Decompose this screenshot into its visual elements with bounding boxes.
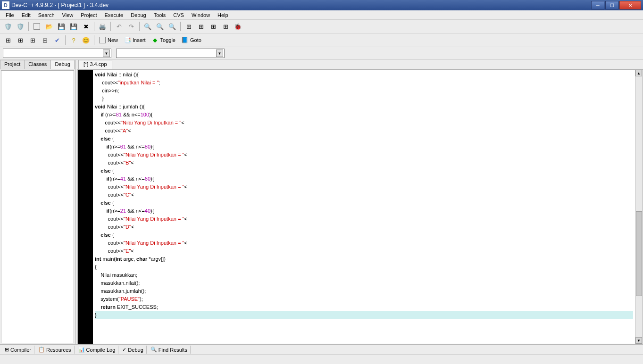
compile-icon[interactable]: ⊞ xyxy=(184,21,194,32)
save-all-icon[interactable]: 💾 xyxy=(68,21,79,32)
menu-view[interactable]: View xyxy=(58,11,77,19)
bottom-tab-label: Find Results xyxy=(159,347,187,353)
save-icon[interactable]: 💾 xyxy=(56,21,67,32)
code-line: cout<<"Nilai Yang Di Inputkan = "< xyxy=(95,151,633,159)
debug-icon: ✓ xyxy=(122,347,126,353)
grid2-icon[interactable]: ⊞ xyxy=(40,35,50,45)
code-line: } xyxy=(95,311,633,319)
window-icon[interactable]: ⊞ xyxy=(3,35,13,45)
find-all-icon[interactable]: 🔍 xyxy=(167,21,177,32)
code-line: masukkan.nilai(); xyxy=(95,279,633,287)
menu-cvs[interactable]: CVS xyxy=(169,11,188,19)
combo-row: ▼ ▼ xyxy=(0,47,643,60)
compiler-icon: ⊞ xyxy=(5,347,9,353)
close-button[interactable]: ✕ xyxy=(619,1,641,9)
menu-tools[interactable]: Tools xyxy=(150,11,170,19)
code-area[interactable]: void Nilai :: nilai (){ cout<<"inputkan … xyxy=(93,70,635,344)
workspace: ProjectClassesDebug [*] 3.4.cpp void Nil… xyxy=(0,60,643,344)
new-file-icon[interactable] xyxy=(32,21,42,32)
code-line: masukkan.jumlah(); xyxy=(95,287,633,295)
new-button[interactable]: New xyxy=(97,35,120,45)
menu-window[interactable]: Window xyxy=(188,11,214,19)
left-tab-classes[interactable]: Classes xyxy=(24,60,51,69)
goto-button[interactable]: 📘Goto xyxy=(180,35,204,45)
chevron-down-icon: ▼ xyxy=(103,50,110,57)
bottom-tab-find-results[interactable]: 🔍Find Results xyxy=(148,346,191,354)
redo-icon[interactable]: ↷ xyxy=(126,21,136,32)
check-icon[interactable]: ✔ xyxy=(52,35,62,45)
bottom-tab-compiler[interactable]: ⊞Compiler xyxy=(2,346,34,354)
code-line: cout<<"Nilai Yang Di Inputkan = "< xyxy=(95,215,633,223)
code-line: else { xyxy=(95,199,633,207)
menu-file[interactable]: File xyxy=(2,11,18,19)
code-line: cout<<"Nilai Yang Di Inputkan = "< xyxy=(95,119,633,127)
toolbar-main: 🛡️ 🛡️ 📂 💾 💾 ✖ 🖨️ ↶ ↷ 🔍 🔍 🔍 ⊞ ⊞ ⊞ ⊞ 🐞 xyxy=(0,20,643,33)
resources-icon: 📋 xyxy=(38,347,45,353)
code-line: cout<<"C"< xyxy=(95,191,633,199)
code-line: system("PAUSE"); xyxy=(95,295,633,303)
code-line: cin>>n; xyxy=(95,87,633,95)
compile-run-icon[interactable]: ⊞ xyxy=(208,21,218,32)
toggle-button[interactable]: ◆Toggle xyxy=(150,35,178,45)
debug-icon[interactable]: 🐞 xyxy=(233,21,243,32)
insert-button[interactable]: 📑Insert xyxy=(122,35,148,45)
menu-edit[interactable]: Edit xyxy=(18,11,34,19)
bottom-tabs: ⊞Compiler📋Resources📊Compile Log✓Debug🔍Fi… xyxy=(0,344,643,355)
find-results-icon: 🔍 xyxy=(150,347,157,353)
editor-panel: [*] 3.4.cpp void Nilai :: nilai (){ cout… xyxy=(77,60,643,344)
grid-icon[interactable]: ⊞ xyxy=(27,35,38,45)
shields-icon[interactable]: 🛡️ xyxy=(15,21,25,32)
close-file-icon[interactable]: ✖ xyxy=(81,21,91,32)
code-line: void Nilai :: nilai (){ xyxy=(95,71,633,79)
frames-icon[interactable]: ⊞ xyxy=(15,35,25,45)
menu-debug[interactable]: Debug xyxy=(127,11,150,19)
bottom-tab-label: Compile Log xyxy=(86,347,116,353)
file-tab[interactable]: [*] 3.4.cpp xyxy=(78,60,112,69)
minimize-button[interactable]: ─ xyxy=(591,1,604,9)
code-line: if(n>=21 && n<=40){ xyxy=(95,207,633,215)
scroll-down-icon[interactable]: ▼ xyxy=(635,337,642,344)
code-line: cout<<"Nilai Yang Di Inputkan = "< xyxy=(95,183,633,191)
class-combo[interactable]: ▼ xyxy=(3,49,111,58)
code-line: else { xyxy=(95,135,633,143)
open-icon[interactable]: 📂 xyxy=(44,21,54,32)
menu-help[interactable]: Help xyxy=(214,11,232,19)
about-icon[interactable]: 😊 xyxy=(81,35,91,45)
editor: void Nilai :: nilai (){ cout<<"inputkan … xyxy=(77,69,643,344)
compile-log-icon: 📊 xyxy=(78,347,85,353)
scroll-up-icon[interactable]: ▲ xyxy=(635,70,642,76)
replace-icon[interactable]: 🔍 xyxy=(155,21,165,32)
help-icon[interactable]: ? xyxy=(68,35,79,45)
title-bar: D Dev-C++ 4.9.9.2 - [ Project1 ] - 3.4.d… xyxy=(0,0,643,10)
code-line: void Nilai :: jumlah (){ xyxy=(95,103,633,111)
find-icon[interactable]: 🔍 xyxy=(142,21,153,32)
code-line: cout<<"B"< xyxy=(95,159,633,167)
left-tab-debug[interactable]: Debug xyxy=(50,60,74,69)
code-line: { xyxy=(95,263,633,271)
menu-execute[interactable]: Execute xyxy=(100,11,127,19)
shield-icon[interactable]: 🛡️ xyxy=(3,21,13,32)
bottom-tab-debug[interactable]: ✓Debug xyxy=(119,346,146,354)
rebuild-icon[interactable]: ⊞ xyxy=(220,21,231,32)
maximize-button[interactable]: ☐ xyxy=(605,1,618,9)
method-combo[interactable]: ▼ xyxy=(116,49,225,58)
left-panel-body[interactable] xyxy=(1,70,74,343)
bottom-tab-compile-log[interactable]: 📊Compile Log xyxy=(75,346,119,354)
file-tabs: [*] 3.4.cpp xyxy=(77,60,643,69)
run-icon[interactable]: ⊞ xyxy=(196,21,206,32)
toolbar-secondary: ⊞ ⊞ ⊞ ⊞ ✔ ? 😊 New 📑Insert ◆Toggle 📘Goto xyxy=(0,33,643,47)
undo-icon[interactable]: ↶ xyxy=(114,21,124,32)
app-icon: D xyxy=(2,1,9,9)
print-icon[interactable]: 🖨️ xyxy=(97,21,108,32)
scrollbar-thumb[interactable] xyxy=(636,211,642,296)
left-tab-project[interactable]: Project xyxy=(0,60,25,69)
code-line: cout<<"A"< xyxy=(95,127,633,135)
vertical-scrollbar[interactable]: ▲ ▼ xyxy=(635,70,643,344)
code-line: cout<<"inputkan Nilai = "; xyxy=(95,79,633,87)
status-bar xyxy=(0,355,643,364)
editor-gutter xyxy=(78,70,93,344)
menu-project[interactable]: Project xyxy=(77,11,100,19)
menu-search[interactable]: Search xyxy=(34,11,58,19)
bottom-tab-resources[interactable]: 📋Resources xyxy=(35,346,75,354)
code-line: return EXIT_SUCCESS; xyxy=(95,303,633,311)
